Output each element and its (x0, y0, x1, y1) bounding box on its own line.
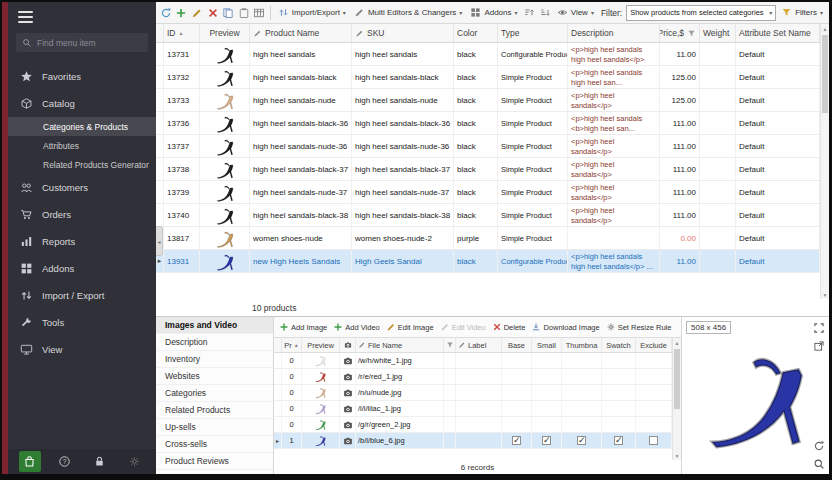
sidebar-item-addons[interactable]: Addons (8, 255, 156, 282)
tab-up-sells[interactable]: Up-sells (156, 419, 273, 436)
table-row[interactable]: 13739high heel sandals-nude-37high heel … (156, 181, 829, 204)
grid-header-preview[interactable]: Preview (200, 24, 250, 42)
media-header-thumbnail[interactable]: Thumbna (562, 338, 602, 352)
grid-header-id[interactable]: ID▲ (164, 24, 200, 42)
add-product-button[interactable] (175, 4, 189, 21)
scroll-down-icon[interactable]: ▼ (821, 290, 829, 299)
columns-button[interactable] (252, 4, 266, 21)
media-header-small[interactable]: Small (532, 338, 562, 352)
exclude-checkbox[interactable] (649, 436, 658, 445)
grid-header-description[interactable]: Description (568, 24, 660, 42)
store-button[interactable] (19, 451, 41, 472)
edit-product-button[interactable] (190, 4, 204, 21)
grid-header-price[interactable]: Price,$ (660, 24, 700, 42)
tab-related-products[interactable]: Related Products (156, 402, 273, 419)
import-export-menu[interactable]: Import/Export▾ (275, 4, 349, 21)
scroll-down-icon[interactable]: ▼ (673, 451, 681, 460)
tab-inventory[interactable]: Inventory (156, 351, 273, 368)
table-row[interactable]: 13733high heel sandals-nudehigh heel san… (156, 89, 829, 112)
sidebar-item-categories-products[interactable]: Categories & Products (8, 117, 156, 136)
media-row[interactable]: 0/l/i/lilac_1.jpg (274, 401, 681, 417)
table-row[interactable]: 13738high heel sandals-black-37high heel… (156, 158, 829, 181)
sidebar-item-orders[interactable]: Orders (8, 201, 156, 228)
sidebar-item-customers[interactable]: Customers (8, 174, 156, 201)
edit-image-button[interactable]: Edit Image (386, 322, 434, 332)
sidebar-item-catalog[interactable]: Catalog (8, 90, 156, 117)
addons-menu[interactable]: Addons▾ (467, 4, 520, 21)
media-header-swatch[interactable]: Swatch (602, 338, 636, 352)
media-header-label[interactable]: Label (456, 338, 502, 352)
table-row[interactable]: 13740high heel sandals-black-38high heel… (156, 204, 829, 227)
delete-product-button[interactable] (206, 4, 220, 21)
grid-header-weight[interactable]: Weight (700, 24, 736, 42)
sidebar-item-tools[interactable]: Tools (8, 309, 156, 336)
media-header-type[interactable] (340, 338, 356, 352)
grid-header-type[interactable]: Type (498, 24, 568, 42)
media-row[interactable]: 0/r/e/red_1.jpg (274, 369, 681, 385)
media-header-exclude[interactable]: Exclude (636, 338, 672, 352)
media-header-file-name[interactable]: File Name (356, 338, 444, 352)
media-scrollbar[interactable]: ▲ ▼ (672, 338, 681, 460)
grid-header-attribute-set[interactable]: Attribute Set Name (736, 24, 820, 42)
hamburger-menu-icon[interactable] (8, 2, 156, 28)
table-row[interactable]: 13732high heel sandals-blackhigh heel sa… (156, 66, 829, 89)
media-header-base[interactable]: Base (502, 338, 532, 352)
table-row[interactable]: 13817women shoes-nudewomen shoes-nude-2p… (156, 227, 829, 250)
sort-ascending-button[interactable] (523, 4, 537, 21)
refresh-preview-button[interactable] (811, 438, 826, 453)
swatch-checkbox[interactable] (614, 436, 623, 445)
table-row[interactable]: 13736high heel sandals-black-36high heel… (156, 112, 829, 135)
grid-scrollbar[interactable]: ▲ ▼ (820, 24, 829, 299)
view-menu[interactable]: View▾ (554, 4, 597, 21)
sidebar-item-attributes[interactable]: Attributes (8, 136, 156, 155)
help-button[interactable]: ? (54, 451, 76, 472)
sidebar-item-import-export[interactable]: Import / Export (8, 282, 156, 309)
scroll-up-icon[interactable]: ▲ (821, 24, 829, 33)
open-external-button[interactable] (811, 338, 826, 353)
thumbnail-checkbox[interactable] (577, 436, 586, 445)
media-header-preview[interactable]: Preview (302, 338, 340, 352)
tab-description[interactable]: Description (156, 334, 273, 351)
tab-product-reviews[interactable]: Product Reviews (156, 453, 273, 470)
sidebar-item-reports[interactable]: Reports (8, 228, 156, 255)
zoom-button[interactable] (811, 456, 826, 471)
filters-menu[interactable]: Filters▾ (778, 4, 826, 21)
menu-search-input[interactable] (37, 38, 142, 48)
media-header-filter[interactable] (444, 338, 456, 352)
grid-header-product-name[interactable]: Product Name (250, 24, 352, 42)
sidebar-item-favorites[interactable]: Favorites (8, 63, 156, 90)
media-row[interactable]: 0/w/h/white_1.jpg (274, 353, 681, 369)
sidebar-item-related-products-generator[interactable]: Related Products Generator (8, 155, 156, 174)
media-row[interactable]: ▸1/b/l/blue_6.jpg (274, 433, 681, 449)
download-image-button[interactable]: Download Image (531, 322, 599, 332)
scrollbar-thumb[interactable] (822, 35, 828, 113)
sidebar-collapse-handle[interactable]: ◂ (156, 226, 163, 256)
table-row[interactable]: 13737high heel sandals-nude-36high heel … (156, 135, 829, 158)
grid-header-sku[interactable]: SKU (352, 24, 454, 42)
grid-header-color[interactable]: Color (454, 24, 498, 42)
base-checkbox[interactable] (512, 436, 521, 445)
fullscreen-button[interactable] (811, 320, 826, 335)
scrollbar-thumb[interactable] (674, 349, 680, 409)
lock-button[interactable] (89, 451, 111, 472)
set-resize-rule-button[interactable]: Set Resize Rule (606, 322, 672, 332)
settings-button[interactable] (124, 451, 146, 472)
scroll-up-icon[interactable]: ▲ (673, 338, 681, 347)
sidebar-search[interactable] (16, 33, 148, 52)
media-row[interactable]: 0/n/u/nude.jpg (274, 385, 681, 401)
media-header-priority[interactable]: Pr▲ (282, 338, 302, 352)
paste-button[interactable] (237, 4, 251, 21)
table-row[interactable]: 13731high heel sandalshigh heel sandalsb… (156, 43, 829, 66)
media-row[interactable]: 0/g/r/green_2.jpg (274, 417, 681, 433)
tab-websites[interactable]: Websites (156, 368, 273, 385)
tab-cross-sells[interactable]: Cross-sells (156, 436, 273, 453)
refresh-button[interactable] (159, 4, 173, 21)
tab-images-and-video[interactable]: Images and Video (156, 317, 273, 334)
sort-descending-button[interactable] (538, 4, 552, 21)
add-video-button[interactable]: Add Video (333, 322, 379, 332)
delete-image-button[interactable]: Delete (492, 322, 526, 332)
category-filter-select[interactable]: Show products from selected categories▾ (626, 5, 776, 21)
copy-button[interactable] (221, 4, 235, 21)
sidebar-item-view[interactable]: View (8, 336, 156, 363)
table-row[interactable]: ▸13931new High Heels SandalsHigh Geels S… (156, 250, 829, 273)
